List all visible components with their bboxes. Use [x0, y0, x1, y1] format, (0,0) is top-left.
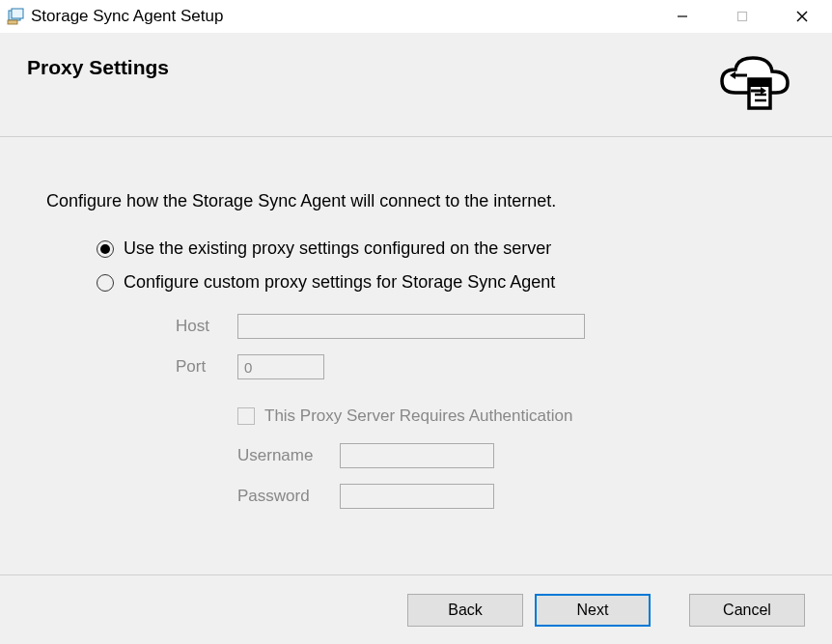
proxy-mode-group: Use the existing proxy settings configur… [46, 238, 786, 509]
password-label: Password [237, 487, 326, 506]
password-input [340, 484, 494, 509]
svg-rect-1 [12, 9, 23, 18]
minimize-button[interactable] [652, 0, 712, 32]
radio-label: Configure custom proxy settings for Stor… [124, 272, 555, 293]
port-input [237, 354, 324, 379]
radio-label: Use the existing proxy settings configur… [124, 238, 551, 259]
host-label: Host [176, 317, 222, 336]
radio-icon [97, 240, 114, 258]
auth-checkbox [237, 407, 255, 425]
page-title: Proxy Settings [27, 50, 169, 79]
svg-rect-2 [8, 20, 17, 24]
svg-rect-4 [738, 12, 747, 20]
auth-fields: Username Password [176, 443, 786, 509]
wizard-content: Configure how the Storage Sync Agent wil… [0, 137, 832, 544]
radio-use-existing[interactable]: Use the existing proxy settings configur… [97, 238, 786, 259]
username-input [340, 443, 494, 468]
next-button[interactable]: Next [535, 594, 651, 627]
custom-proxy-form: Host Port This Proxy Server Requires Aut… [97, 306, 786, 509]
installer-icon [6, 7, 25, 26]
auth-checkbox-label: This Proxy Server Requires Authenticatio… [264, 406, 572, 426]
cloud-sync-icon [712, 50, 805, 127]
window-controls [652, 0, 832, 32]
username-row: Username [237, 443, 786, 468]
wizard-header: Proxy Settings [0, 33, 832, 137]
intro-text: Configure how the Storage Sync Agent wil… [46, 191, 786, 211]
radio-custom-proxy[interactable]: Configure custom proxy settings for Stor… [97, 272, 786, 293]
titlebar: Storage Sync Agent Setup [0, 0, 832, 33]
username-label: Username [237, 446, 326, 465]
cancel-button[interactable]: Cancel [689, 594, 805, 627]
password-row: Password [237, 484, 786, 509]
port-row: Port [176, 354, 786, 379]
auth-checkbox-row: This Proxy Server Requires Authenticatio… [176, 406, 786, 426]
window-title: Storage Sync Agent Setup [31, 7, 223, 26]
port-label: Port [176, 357, 222, 377]
wizard-footer: Back Next Cancel [0, 574, 832, 644]
host-row: Host [176, 314, 786, 339]
radio-icon [97, 274, 114, 292]
back-button[interactable]: Back [407, 594, 523, 627]
svg-rect-8 [749, 79, 770, 87]
maximize-button [712, 0, 772, 32]
close-button[interactable] [772, 0, 832, 32]
host-input [237, 314, 585, 339]
titlebar-left: Storage Sync Agent Setup [0, 7, 652, 26]
